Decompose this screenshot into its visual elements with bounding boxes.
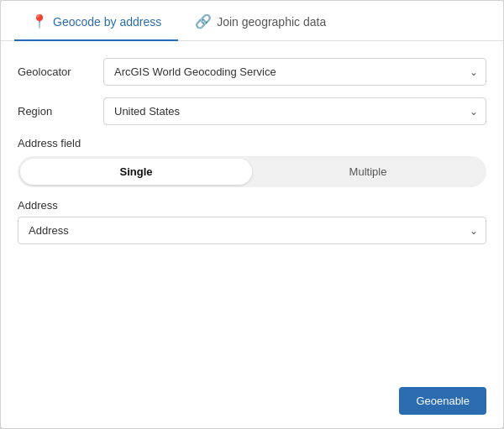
geoenable-button[interactable]: Geoenable: [399, 387, 486, 415]
dialog: 📍 Geocode by address 🔗 Join geographic d…: [0, 0, 504, 429]
geolocator-select-wrapper: ArcGIS World Geocoding Service ⌄: [103, 58, 486, 86]
tab-join-label: Join geographic data: [217, 15, 326, 29]
address-select-wrapper: Address ⌄: [18, 217, 486, 244]
address-field-section: Address field Single Multiple: [18, 137, 486, 187]
toggle-multiple-button[interactable]: Multiple: [252, 159, 484, 185]
address-field-label: Address field: [18, 137, 486, 149]
region-select-wrapper: United States Canada United Kingdom ⌄: [103, 97, 486, 125]
tab-join[interactable]: 🔗 Join geographic data: [178, 2, 343, 41]
geolocator-row: Geolocator ArcGIS World Geocoding Servic…: [18, 58, 486, 86]
toggle-single-button[interactable]: Single: [20, 159, 252, 185]
geocode-icon: 📍: [31, 13, 48, 29]
tab-bar: 📍 Geocode by address 🔗 Join geographic d…: [1, 1, 503, 41]
geolocator-select[interactable]: ArcGIS World Geocoding Service: [103, 58, 486, 86]
region-label: Region: [18, 105, 93, 118]
region-row: Region United States Canada United Kingd…: [18, 97, 486, 125]
tab-geocode[interactable]: 📍 Geocode by address: [14, 2, 178, 41]
geolocator-label: Geolocator: [18, 65, 93, 78]
content-area: Geolocator ArcGIS World Geocoding Servic…: [1, 41, 503, 377]
address-section: Address Address ⌄: [18, 199, 486, 244]
address-select[interactable]: Address: [18, 217, 486, 244]
footer: Geoenable: [1, 377, 503, 428]
region-select[interactable]: United States Canada United Kingdom: [103, 97, 486, 125]
address-label: Address: [18, 199, 486, 212]
address-field-toggle-group: Single Multiple: [18, 156, 486, 187]
join-icon: 🔗: [195, 13, 212, 29]
tab-geocode-label: Geocode by address: [53, 15, 161, 29]
